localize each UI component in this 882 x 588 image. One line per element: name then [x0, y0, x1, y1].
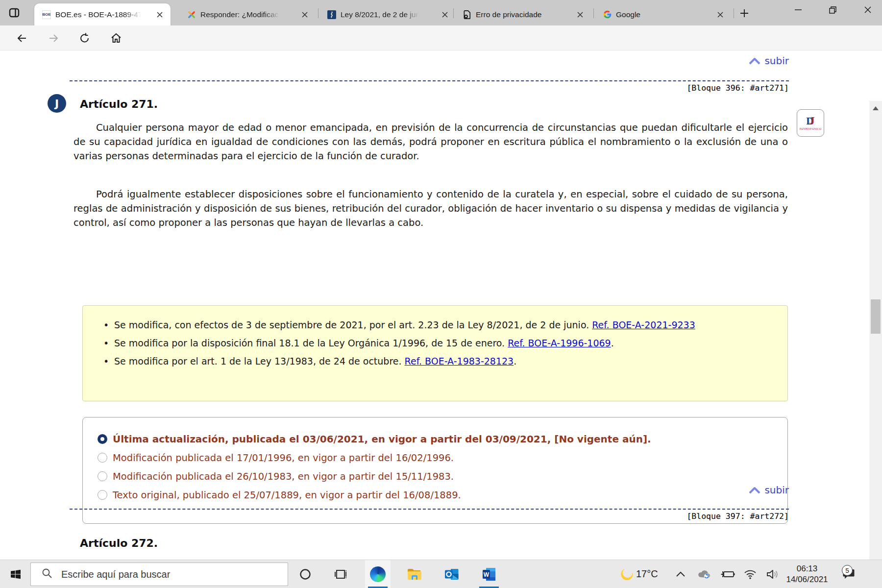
- modification-item: Se modifica por el art. 1 de la Ley 13/1…: [103, 354, 767, 368]
- modification-suffix: .: [514, 356, 516, 367]
- notification-center-button[interactable]: 5: [836, 560, 861, 588]
- jurisprudence-badge-icon[interactable]: J: [48, 94, 66, 113]
- scroll-top-link[interactable]: subir: [749, 484, 789, 496]
- radio-unselected[interactable]: [98, 471, 107, 481]
- task-view-button[interactable]: [329, 560, 352, 588]
- article-271-title: Artículo 271.: [80, 98, 158, 110]
- page-content: subir [Bloque 396: #art271] J Artículo 2…: [0, 50, 882, 560]
- modification-text: Se modifica, con efectos de 3 de septiem…: [114, 319, 592, 330]
- search-icon: [42, 568, 52, 581]
- speaker-icon: [766, 569, 779, 580]
- temperature-label[interactable]: 17°C: [636, 560, 658, 588]
- radio-unselected[interactable]: [98, 453, 107, 463]
- page-scrollbar[interactable]: [869, 101, 882, 560]
- tab-actions-icon: [8, 7, 20, 19]
- home-button[interactable]: [108, 30, 124, 47]
- block-reference: [Bloque 397: #art272]: [686, 512, 789, 521]
- taskbar-edge-button[interactable]: [365, 560, 391, 588]
- close-window-button[interactable]: [857, 0, 879, 20]
- tab-actions-menu-button[interactable]: [7, 5, 22, 20]
- version-option-original[interactable]: Texto original, publicado el 25/07/1889,…: [98, 486, 773, 504]
- article-271-paragraph-1: Cualquier persona mayor de edad o menor …: [74, 121, 788, 163]
- onedrive-tray-button[interactable]: [694, 560, 714, 588]
- article-271-paragraph-2: Podrá igualmente establecer disposicione…: [74, 187, 788, 230]
- modification-item: Se modifica, con efectos de 3 de septiem…: [103, 318, 767, 332]
- version-option-1983[interactable]: Modificación publicada el 26/10/1983, en…: [98, 467, 773, 486]
- tab-boe[interactable]: BOE BOE.es - BOE-A-1889-47: [34, 3, 171, 25]
- tab-ley[interactable]: Ley 8/2021, de 2 de jun: [319, 3, 456, 25]
- battery-plug-icon: [720, 570, 735, 579]
- clock-date: 14/06/2021: [786, 574, 828, 585]
- restore-button[interactable]: [821, 0, 844, 20]
- file-explorer-icon: [407, 568, 422, 581]
- tab-title: Erro de privacidade: [476, 10, 541, 19]
- moon-icon: [620, 568, 633, 581]
- cortana-button[interactable]: [294, 560, 317, 588]
- version-option-latest[interactable]: Última actualización, publicada el 03/06…: [98, 430, 773, 448]
- tab-close-icon[interactable]: [440, 10, 450, 20]
- chevron-up-icon: [676, 571, 685, 577]
- modification-suffix: .: [611, 338, 614, 348]
- notification-count-badge: 5: [842, 565, 853, 576]
- version-option-1996[interactable]: Modificación publicada el 17/01/1996, en…: [98, 448, 773, 467]
- article-272-title: Artículo 272.: [80, 537, 158, 549]
- new-tab-button[interactable]: [738, 7, 751, 20]
- scroll-top-link[interactable]: subir: [749, 55, 789, 67]
- battery-tray-button[interactable]: [717, 560, 738, 588]
- back-button[interactable]: [14, 30, 30, 47]
- dj-panhispanico-widget[interactable]: DJ PANHISPÁNICO: [797, 109, 824, 137]
- edge-icon: [370, 566, 386, 582]
- chevron-up-icon: [749, 487, 760, 494]
- windows-taskbar: Escribe aquí para buscar W 17°C 06:13 14…: [0, 560, 882, 588]
- windows-logo-icon: [10, 569, 21, 580]
- tab-close-icon[interactable]: [575, 10, 585, 20]
- tab-divider: [593, 8, 594, 18]
- wifi-tray-button[interactable]: [740, 560, 760, 588]
- task-view-icon: [334, 568, 347, 580]
- block-reference: [Bloque 396: #art271]: [686, 83, 789, 93]
- tab-google[interactable]: Google: [595, 3, 731, 25]
- tab-privacy-error[interactable]: Erro de privacidade: [455, 3, 591, 25]
- modification-text: Se modifica por la disposición final 18.…: [114, 338, 508, 348]
- scrollbar-up-arrow[interactable]: [869, 102, 882, 115]
- chevron-up-icon: [749, 57, 760, 65]
- modifications-note-box: Se modifica, con efectos de 3 de septiem…: [82, 305, 788, 401]
- scrollbar-thumb[interactable]: [871, 299, 881, 334]
- tab-divider: [453, 8, 454, 18]
- tab-responder[interactable]: Responder: ¿Modificaci: [179, 3, 316, 25]
- reference-link[interactable]: Ref. BOE-A-2021-9233: [592, 319, 695, 330]
- version-label: Modificación publicada el 17/01/1996, en…: [113, 452, 454, 464]
- modification-text: Se modifica por el art. 1 de la Ley 13/1…: [114, 356, 405, 367]
- reference-link[interactable]: Ref. BOE-A-1996-1069: [508, 338, 611, 348]
- version-label: Texto original, publicado el 25/07/1889,…: [113, 490, 461, 501]
- section-divider: [70, 509, 789, 510]
- privacy-error-icon: [463, 10, 471, 19]
- tray-expand-button[interactable]: [670, 560, 691, 588]
- taskbar-outlook-button[interactable]: [439, 560, 465, 588]
- wifi-icon: [744, 569, 757, 579]
- taskbar-clock[interactable]: 06:13 14/06/2021: [780, 560, 834, 588]
- radio-selected[interactable]: [98, 434, 107, 444]
- taskbar-file-explorer-button[interactable]: [402, 560, 427, 588]
- version-label: Modificación publicada el 26/10/1983, en…: [113, 471, 454, 482]
- scroll-top-label: subir: [764, 55, 789, 67]
- tab-close-icon[interactable]: [300, 10, 310, 20]
- taskbar-word-button[interactable]: W: [476, 560, 502, 588]
- forward-button[interactable]: [45, 30, 62, 47]
- cortana-icon: [299, 568, 311, 580]
- word-icon: W: [482, 567, 496, 581]
- svg-text:W: W: [484, 571, 490, 578]
- minimize-button[interactable]: [787, 0, 809, 20]
- onedrive-sync-icon: [697, 569, 711, 580]
- taskbar-search-box[interactable]: Escribe aquí para buscar: [30, 563, 288, 586]
- scroll-top-label: subir: [764, 484, 789, 496]
- refresh-button[interactable]: [76, 30, 93, 47]
- radio-unselected[interactable]: [98, 490, 107, 500]
- google-icon: [603, 10, 612, 19]
- reference-link[interactable]: Ref. BOE-A-1983-28123: [405, 356, 514, 367]
- tab-close-icon[interactable]: [715, 10, 725, 20]
- start-button[interactable]: [4, 560, 27, 588]
- browser-toolbar: https://boe.es/buscar/act.php?id=BOE-A-1…: [0, 25, 882, 50]
- tab-close-icon[interactable]: [155, 10, 165, 20]
- weather-button[interactable]: [616, 560, 637, 588]
